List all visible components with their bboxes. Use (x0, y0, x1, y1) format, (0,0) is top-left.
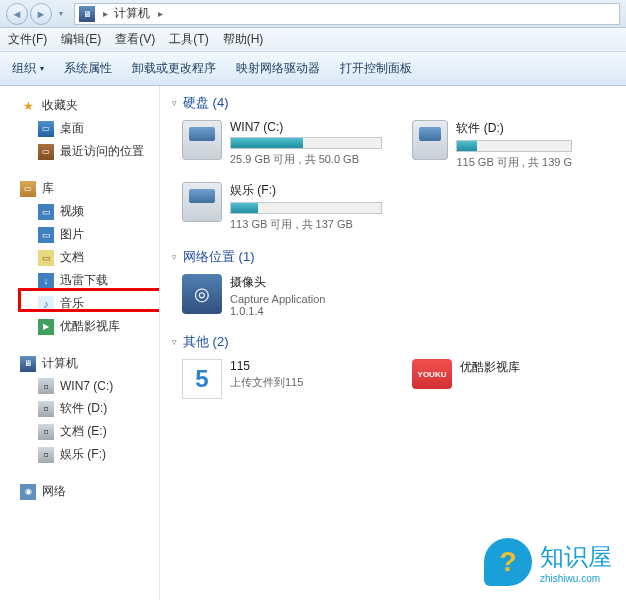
item-label: 摄像头 (230, 274, 382, 291)
collapse-icon: ▿ (172, 337, 177, 347)
collapse-icon: ▿ (172, 98, 177, 108)
sidebar-drive-f[interactable]: ◘娱乐 (F:) (0, 443, 159, 466)
library-icon: ▭ (20, 181, 36, 197)
forward-button[interactable]: ► (30, 3, 52, 25)
menu-tools[interactable]: 工具(T) (169, 31, 208, 48)
toolbar: 组织▾ 系统属性 卸载或更改程序 映射网络驱动器 打开控制面板 (0, 52, 626, 86)
menu-view[interactable]: 查看(V) (115, 31, 155, 48)
back-button[interactable]: ◄ (6, 3, 28, 25)
organize-button[interactable]: 组织▾ (12, 60, 44, 77)
sidebar-libraries[interactable]: ▭库 (0, 177, 159, 200)
system-properties-button[interactable]: 系统属性 (64, 60, 112, 77)
item-label: 115 (230, 359, 382, 373)
section-other: ▿其他 (2) 5 115 上传文件到115 YOUKU 优酷影视库 (172, 333, 614, 399)
drive-icon: ◘ (38, 401, 54, 417)
other-item-youku[interactable]: YOUKU 优酷影视库 (412, 359, 562, 399)
sidebar-desktop[interactable]: ▭桌面 (0, 117, 159, 140)
address-bar[interactable]: 🖥 ▸ 计算机 ▸ (74, 3, 620, 25)
item-label: 优酷影视库 (460, 359, 562, 376)
sidebar-recent[interactable]: ▭最近访问的位置 (0, 140, 159, 163)
title-bar: ◄ ► ▾ 🖥 ▸ 计算机 ▸ (0, 0, 626, 28)
download-icon: ↓ (38, 273, 54, 289)
section-network: ▿网络位置 (1) ◎ 摄像头 Capture Application 1.0.… (172, 248, 614, 317)
item-subtitle: Capture Application (230, 293, 382, 305)
folder-icon: ▭ (38, 144, 54, 160)
music-icon: ♪ (38, 296, 54, 312)
drive-label: 娱乐 (F:) (230, 182, 382, 199)
youku-icon: ▶ (38, 319, 54, 335)
nav-buttons: ◄ ► ▾ (6, 3, 66, 25)
map-network-drive-button[interactable]: 映射网络驱动器 (236, 60, 320, 77)
drive-icon: ◘ (38, 378, 54, 394)
drive-icon: ◘ (38, 447, 54, 463)
drive-free-text: 25.9 GB 可用 , 共 50.0 GB (230, 152, 382, 167)
usage-bar (230, 137, 382, 149)
menu-edit[interactable]: 编辑(E) (61, 31, 101, 48)
network-icon: ◉ (20, 484, 36, 500)
item-version: 1.0.1.4 (230, 305, 382, 317)
sidebar-drive-c[interactable]: ◘WIN7 (C:) (0, 375, 159, 397)
breadcrumb-arrow-icon: ▸ (103, 8, 108, 19)
document-icon: ▭ (38, 250, 54, 266)
usage-bar (456, 140, 572, 152)
drive-item[interactable]: WIN7 (C:) 25.9 GB 可用 , 共 50.0 GB (182, 120, 382, 170)
sidebar-pictures[interactable]: ▭图片 (0, 223, 159, 246)
menu-help[interactable]: 帮助(H) (223, 31, 264, 48)
sidebar-favorites[interactable]: ★收藏夹 (0, 94, 159, 117)
section-header-other[interactable]: ▿其他 (2) (172, 333, 614, 351)
usage-bar (230, 202, 382, 214)
uninstall-button[interactable]: 卸载或更改程序 (132, 60, 216, 77)
usage-fill (231, 138, 303, 148)
115-icon: 5 (182, 359, 222, 399)
sidebar-music[interactable]: ♪音乐 (0, 292, 159, 315)
sidebar-drive-d[interactable]: ◘软件 (D:) (0, 397, 159, 420)
computer-icon: 🖥 (79, 6, 95, 22)
sidebar-video[interactable]: ▭视频 (0, 200, 159, 223)
sidebar-network[interactable]: ◉网络 (0, 480, 159, 503)
drive-icon (412, 120, 448, 160)
drive-free-text: 113 GB 可用 , 共 137 GB (230, 217, 382, 232)
drive-item[interactable]: 娱乐 (F:) 113 GB 可用 , 共 137 GB (182, 182, 382, 232)
sidebar-xunlei[interactable]: ↓迅雷下载 (0, 269, 159, 292)
drive-icon (182, 120, 222, 160)
menu-file[interactable]: 文件(F) (8, 31, 47, 48)
main-area: ★收藏夹 ▭桌面 ▭最近访问的位置 ▭库 ▭视频 ▭图片 ▭文档 ↓迅雷下载 ♪… (0, 86, 626, 600)
usage-fill (231, 203, 258, 213)
content-pane: ▿硬盘 (4) WIN7 (C:) 25.9 GB 可用 , 共 50.0 GB… (160, 86, 626, 600)
drive-item[interactable]: 软件 (D:) 115 GB 可用 , 共 139 G (412, 120, 572, 170)
section-header-network[interactable]: ▿网络位置 (1) (172, 248, 614, 266)
section-header-drives[interactable]: ▿硬盘 (4) (172, 94, 614, 112)
sidebar-documents[interactable]: ▭文档 (0, 246, 159, 269)
star-icon: ★ (20, 98, 36, 114)
item-subtitle: 上传文件到115 (230, 375, 382, 390)
nav-history-dropdown[interactable]: ▾ (56, 3, 66, 25)
breadcrumb-arrow-icon: ▸ (158, 8, 163, 19)
usage-fill (457, 141, 476, 151)
other-item-115[interactable]: 5 115 上传文件到115 (182, 359, 382, 399)
drive-icon: ◘ (38, 424, 54, 440)
section-drives: ▿硬盘 (4) WIN7 (C:) 25.9 GB 可用 , 共 50.0 GB… (172, 94, 614, 232)
watermark: ? 知识屋 zhishiwu.com (484, 538, 612, 586)
watermark-icon: ? (484, 538, 532, 586)
chevron-down-icon: ▾ (40, 64, 44, 73)
drive-icon (182, 182, 222, 222)
sidebar-computer[interactable]: 🖥计算机 (0, 352, 159, 375)
camera-icon: ◎ (182, 274, 222, 314)
drive-label: 软件 (D:) (456, 120, 572, 137)
sidebar-youku[interactable]: ▶优酷影视库 (0, 315, 159, 338)
menu-bar: 文件(F) 编辑(E) 查看(V) 工具(T) 帮助(H) (0, 28, 626, 52)
drive-free-text: 115 GB 可用 , 共 139 G (456, 155, 572, 170)
sidebar-drive-e[interactable]: ◘文档 (E:) (0, 420, 159, 443)
collapse-icon: ▿ (172, 252, 177, 262)
picture-icon: ▭ (38, 227, 54, 243)
watermark-title: 知识屋 (540, 541, 612, 573)
desktop-icon: ▭ (38, 121, 54, 137)
control-panel-button[interactable]: 打开控制面板 (340, 60, 412, 77)
computer-icon: 🖥 (20, 356, 36, 372)
watermark-url: zhishiwu.com (540, 573, 612, 584)
drive-label: WIN7 (C:) (230, 120, 382, 134)
breadcrumb-location[interactable]: 计算机 (114, 5, 150, 22)
network-item-camera[interactable]: ◎ 摄像头 Capture Application 1.0.1.4 (182, 274, 382, 317)
video-icon: ▭ (38, 204, 54, 220)
sidebar: ★收藏夹 ▭桌面 ▭最近访问的位置 ▭库 ▭视频 ▭图片 ▭文档 ↓迅雷下载 ♪… (0, 86, 160, 600)
